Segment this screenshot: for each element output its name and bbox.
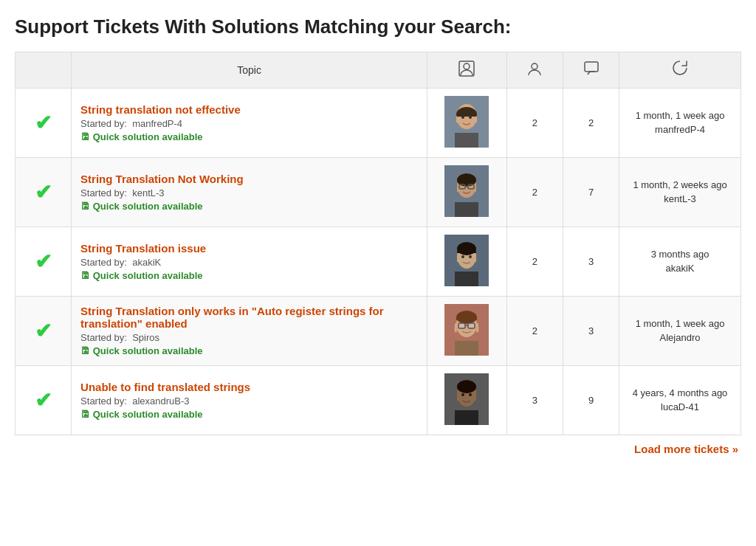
svg-point-24 [461, 255, 464, 258]
comments-count-cell: 3 [563, 296, 619, 365]
header-check [16, 52, 72, 88]
svg-rect-31 [468, 323, 475, 328]
quick-solution-badge: Quick solution available [80, 270, 418, 281]
topic-cell: String Translation issue Started by: aka… [72, 227, 427, 296]
topic-cell: Unable to find translated strings Starte… [72, 365, 427, 435]
svg-rect-23 [455, 272, 478, 286]
date-cell: 1 month, 2 weeks agokentL-3 [619, 157, 741, 227]
svg-rect-8 [455, 133, 478, 148]
check-cell: ✔ [16, 88, 72, 157]
svg-point-10 [469, 116, 472, 119]
check-cell: ✔ [16, 227, 72, 296]
users-count-cell: 2 [506, 296, 563, 365]
svg-point-39 [469, 393, 472, 396]
header-updated [619, 52, 741, 88]
avatar-cell [427, 88, 507, 157]
topic-cell: String Translation only works in "Auto r… [72, 296, 427, 365]
svg-rect-15 [455, 202, 478, 217]
checkmark-icon: ✔ [35, 389, 52, 412]
started-by: Started by: akakiK [80, 257, 418, 268]
ticket-title-link[interactable]: String Translation issue [80, 242, 418, 255]
svg-rect-29 [455, 341, 478, 356]
page-title: Support Tickets With Solutions Matching … [15, 15, 741, 40]
ticket-title-link[interactable]: String translation not effective [80, 103, 418, 116]
checkmark-icon: ✔ [35, 181, 52, 204]
check-cell: ✔ [16, 296, 72, 365]
table-row: ✔ Unable to find translated strings Star… [16, 365, 741, 435]
table-row: ✔ String Translation Not Working Started… [16, 157, 741, 227]
header-comments [563, 52, 619, 88]
comments-count-cell: 9 [563, 365, 619, 435]
comments-count-cell: 7 [563, 157, 619, 227]
ticket-title-link[interactable]: Unable to find translated strings [80, 381, 418, 393]
avatar-cell [427, 365, 507, 435]
svg-point-35 [457, 380, 476, 393]
comments-count-cell: 3 [563, 227, 619, 296]
checkmark-icon: ✔ [35, 250, 52, 273]
svg-point-2 [532, 63, 537, 69]
check-cell: ✔ [16, 157, 72, 227]
started-by: Started by: manfredP-4 [80, 118, 418, 129]
topic-cell: String translation not effective Started… [72, 88, 427, 157]
ticket-title-link[interactable]: String Translation only works in "Auto r… [80, 305, 418, 330]
tickets-table: Topic [15, 52, 741, 435]
users-count-cell: 2 [506, 157, 563, 227]
avatar-cell [427, 296, 507, 365]
svg-rect-3 [585, 62, 598, 72]
table-row: ✔ String Translation issue Started by: a… [16, 227, 741, 296]
users-count-cell: 2 [506, 88, 563, 157]
checkmark-icon: ✔ [35, 111, 52, 134]
quick-solution-badge: Quick solution available [80, 409, 418, 420]
date-cell: 1 month, 1 week agomanfredP-4 [619, 88, 741, 157]
started-by: Started by: kentL-3 [80, 187, 418, 198]
ticket-title-link[interactable]: String Translation Not Working [80, 173, 418, 185]
date-cell: 3 months agoakakiK [619, 227, 741, 296]
table-row: ✔ String Translation only works in "Auto… [16, 296, 741, 365]
users-count-cell: 3 [506, 365, 563, 435]
quick-solution-badge: Quick solution available [80, 201, 418, 212]
header-users [506, 52, 563, 88]
header-topic: Topic [72, 52, 427, 88]
svg-rect-30 [458, 323, 465, 328]
started-by: Started by: Spiros [80, 332, 418, 343]
svg-point-25 [469, 255, 472, 258]
started-by: Started by: alexandruB-3 [80, 395, 418, 407]
date-cell: 4 years, 4 months agolucaD-41 [619, 365, 741, 435]
svg-rect-22 [457, 256, 476, 262]
users-count-cell: 2 [506, 227, 563, 296]
checkmark-icon: ✔ [35, 319, 52, 342]
load-more-button[interactable]: Load more tickets » [634, 443, 738, 455]
svg-rect-36 [457, 394, 476, 401]
header-avatar [427, 52, 507, 88]
avatar-cell [427, 157, 507, 227]
svg-rect-7 [456, 117, 477, 122]
svg-point-9 [461, 116, 464, 119]
comments-count-cell: 2 [563, 88, 619, 157]
load-more-container: Load more tickets » [15, 435, 741, 463]
quick-solution-badge: Quick solution available [80, 131, 418, 142]
table-row: ✔ String translation not effective Start… [16, 88, 741, 157]
svg-point-1 [464, 63, 470, 69]
avatar-cell [427, 227, 507, 296]
quick-solution-badge: Quick solution available [80, 345, 418, 356]
date-cell: 1 month, 1 week agoAlejandro [619, 296, 741, 365]
check-cell: ✔ [16, 365, 72, 435]
svg-rect-37 [455, 410, 478, 425]
svg-point-38 [461, 393, 464, 396]
topic-cell: String Translation Not Working Started b… [72, 157, 427, 227]
